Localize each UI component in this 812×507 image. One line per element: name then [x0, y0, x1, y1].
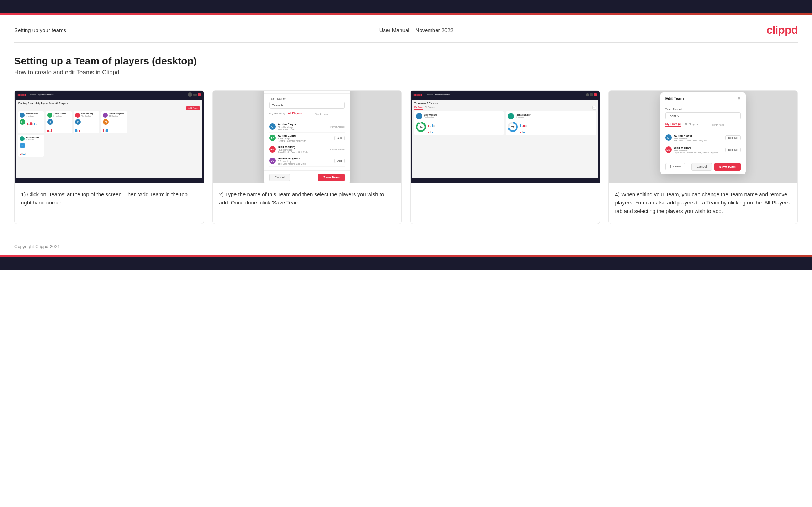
card-3-text: [411, 183, 600, 224]
edit-player-2-avatar: BM: [665, 146, 672, 153]
player-2-name: Adrian Coliba: [278, 134, 333, 137]
edit-team-modal: Edit Team ✕ Team Name * My Team (2) All …: [660, 92, 746, 174]
ss3-player-card-2: Richard Butler 5 Handicap 72: [506, 111, 596, 135]
page-subtitle: How to create and edit Teams in Clippd: [14, 69, 798, 76]
player-list: AP Adrian Player Plus HandicapThe Shire …: [269, 121, 345, 167]
card-1-screenshot: clippd Home My Performance Finding 6 out…: [15, 91, 204, 183]
ss1-nav-teams: My Performance: [38, 94, 54, 96]
edit-player-2-name: Blair McHarg: [674, 146, 723, 149]
save-team-button[interactable]: Save Team: [318, 174, 344, 181]
edit-player-1-avatar: AP: [665, 134, 672, 141]
player-2-add-btn[interactable]: Add: [334, 136, 344, 140]
player-1-avatar: AP: [269, 123, 276, 130]
edit-player-2-info: Blair McHarg Plus HandicapRoyal North De…: [674, 146, 723, 154]
edit-player-list: AP Adrian Player Plus HandicapThe Shire …: [665, 132, 741, 156]
edit-player-2-sub: Plus HandicapRoyal North Devon Golf Club…: [674, 149, 723, 154]
delete-button[interactable]: 🗑 Delete: [665, 163, 685, 170]
edit-tab-my-team[interactable]: My Team (2): [665, 122, 682, 127]
page-footer: Copyright Clippd 2021: [0, 238, 812, 255]
player-1-sub: Plus HandicapThe Shire London: [278, 126, 328, 131]
player-3-info: Blair McHarg Plus HandicapRoyal North De…: [278, 145, 328, 154]
cards-grid: clippd Home My Performance Finding 6 out…: [0, 83, 812, 238]
ss3-nav-perf: My Performance: [435, 94, 450, 96]
edit-save-team-button[interactable]: Save Team: [714, 163, 740, 171]
edit-team-name-input[interactable]: [665, 112, 741, 119]
edit-player-1-remove-btn[interactable]: Remove: [725, 135, 741, 140]
player-1-info: Adrian Player Plus HandicapThe Shire Lon…: [278, 123, 328, 131]
page-title-section: Setting up a Team of players (desktop) H…: [0, 43, 812, 83]
modal-player-4: DB Dave Billingham 3.5 HandicapThe Ding …: [269, 155, 345, 167]
ss3-nav-home: Teams: [427, 94, 433, 96]
player-4-name: Dave Billingham: [278, 157, 333, 160]
ss1-player-3: Blair McHarg Plus Handicap 94: [74, 111, 99, 133]
team-name-label: Team Name *: [269, 97, 345, 100]
ss3-tab-all[interactable]: All Players: [425, 106, 434, 110]
edit-cancel-button[interactable]: Cancel: [691, 163, 712, 171]
ss1-nav-home: Home: [30, 94, 36, 96]
edit-player-1: AP Adrian Player Plus HandicapThe Shire …: [665, 132, 741, 144]
player-3-status: Player Added: [330, 148, 345, 151]
card-2: Add New Team ✕ Team Name * My Team (2) A…: [212, 90, 402, 224]
card-1-text: 1) Click on 'Teams' at the top of the sc…: [15, 183, 204, 224]
ss1-player-1: Adrian Coliba 1 Handicap 84: [18, 111, 44, 133]
page-header: Setting up your teams User Manual – Nove…: [0, 15, 812, 42]
ss3-logo: clippd: [413, 93, 422, 96]
edit-player-1-info: Adrian Player Plus HandicapThe Shire Lon…: [674, 134, 723, 142]
ss1-logo: clippd: [17, 93, 26, 96]
card-4-text: 4) When editing your Team, you can chang…: [609, 183, 798, 224]
edit-modal-close-icon[interactable]: ✕: [737, 96, 741, 101]
card-3-screenshot: clippd Teams My Performance Team A — 2 P…: [411, 91, 600, 183]
card-1: clippd Home My Performance Finding 6 out…: [14, 90, 204, 224]
player-1-name: Adrian Player: [278, 123, 328, 126]
ss1-content-title: Finding 6 out of 8 players from All Play…: [18, 102, 200, 105]
player-2-avatar: AC: [269, 135, 276, 141]
card-4-screenshot: Edit Team ✕ Team Name * My Team (2) All …: [609, 91, 798, 183]
player-1-status: Player Added: [330, 126, 345, 128]
ss1-add-team-btn[interactable]: Add Team: [186, 106, 200, 110]
tab-my-team[interactable]: My Team (2): [269, 112, 285, 116]
modal-player-1: AP Adrian Player Plus HandicapThe Shire …: [269, 121, 345, 133]
player-3-sub: Plus HandicapRoyal North Devon Golf Club: [278, 149, 328, 154]
ss3-pencil-icon[interactable]: ✏: [592, 106, 596, 110]
ss1-player-5: Richard Butler 5 Handicap 72: [18, 135, 44, 157]
player-3-name: Blair McHarg: [278, 145, 328, 149]
edit-player-1-name: Adrian Player: [674, 134, 723, 137]
header-document-title: User Manual – November 2022: [379, 27, 453, 33]
tab-all-players[interactable]: All Players: [288, 112, 302, 116]
card-4: Edit Team ✕ Team Name * My Team (2) All …: [608, 90, 798, 224]
ss3-team-label: Team A — 2 Players: [414, 102, 596, 105]
ss1-player-2: Adrian Coliba 1 Handicap 0: [46, 111, 72, 133]
cancel-button[interactable]: Cancel: [269, 174, 290, 181]
player-4-add-btn[interactable]: Add: [334, 159, 344, 163]
page-title: Setting up a Team of players (desktop): [14, 55, 798, 67]
ss1-player-4: Dave Billingham 3.5 Handicap 78: [101, 111, 127, 133]
trash-icon: 🗑: [669, 165, 672, 168]
edit-team-name-label: Team Name *: [665, 108, 741, 111]
add-team-modal: Add New Team ✕ Team Name * My Team (2) A…: [264, 91, 350, 183]
player-4-info: Dave Billingham 3.5 HandicapThe Ding Mag…: [278, 157, 333, 165]
copyright-text: Copyright Clippd 2021: [14, 244, 60, 249]
filter-input[interactable]: [315, 113, 345, 115]
card-2-text: 2) Type the name of this Team and then s…: [213, 183, 402, 224]
edit-player-2: BM Blair McHarg Plus HandicapRoyal North…: [665, 144, 741, 156]
edit-player-1-sub: Plus HandicapThe Shire London, United Ki…: [674, 137, 723, 142]
edit-player-2-remove-btn[interactable]: Remove: [725, 148, 741, 152]
modal-player-2: AC Adrian Coliba 1 HandicapCentral Londo…: [269, 133, 345, 144]
card-2-screenshot: Add New Team ✕ Team Name * My Team (2) A…: [213, 91, 402, 183]
edit-filter-label: [711, 123, 741, 126]
team-name-input[interactable]: [269, 102, 345, 109]
header-section-title: Setting up your teams: [14, 27, 66, 33]
player-4-sub: 3.5 HandicapThe Ding Maging Golf Club: [278, 160, 333, 165]
edit-tab-all-players[interactable]: All Players: [684, 123, 698, 127]
bottom-dark-bar: [0, 257, 812, 270]
player-2-sub: 1 HandicapCentral London Golf Centre: [278, 137, 333, 142]
ss3-tab-team[interactable]: My Team: [414, 106, 423, 110]
card-3: clippd Teams My Performance Team A — 2 P…: [410, 90, 600, 224]
ss3-player-card-1: Blair McHarg Plus Handicap 94: [414, 111, 504, 135]
top-dark-bar: [0, 0, 812, 13]
modal-player-3: BM Blair McHarg Plus HandicapRoyal North…: [269, 144, 345, 155]
edit-filter-input[interactable]: [711, 124, 741, 126]
player-4-avatar: DB: [269, 158, 276, 164]
player-2-info: Adrian Coliba 1 HandicapCentral London G…: [278, 134, 333, 142]
clippd-logo: clippd: [766, 23, 798, 37]
